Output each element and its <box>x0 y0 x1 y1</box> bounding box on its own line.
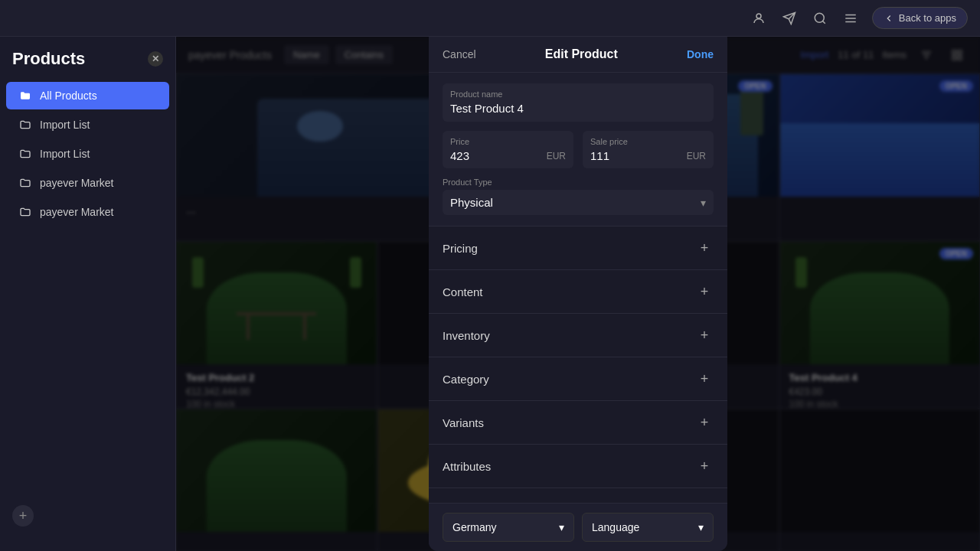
folder-outline-icon <box>18 147 32 161</box>
sidebar: Products ✕ All Products Import List Impo… <box>0 37 176 551</box>
product-type-field: Product Type Physical ▾ <box>443 178 714 215</box>
accordion-plus-icon: + <box>695 282 714 301</box>
product-type-label: Product Type <box>443 178 714 187</box>
back-to-apps-label: Back to apps <box>899 12 956 24</box>
back-icon <box>884 13 894 24</box>
accordion-plus-icon: + <box>695 326 714 344</box>
accordion-pricing: Pricing + <box>429 227 727 270</box>
language-chevron-icon: ▾ <box>698 521 704 533</box>
folder-filled-icon <box>18 89 32 103</box>
accordion-category-label: Category <box>443 373 489 386</box>
folder-outline-icon <box>18 205 32 219</box>
add-collection-area: + <box>0 493 175 539</box>
accordion-inventory-label: Inventory <box>443 329 490 342</box>
back-to-apps-button[interactable]: Back to apps <box>872 7 968 29</box>
accordion-channels-header[interactable]: Channels + <box>429 488 727 503</box>
product-name-input-wrapper: Product name <box>443 83 714 122</box>
price-input[interactable] <box>450 149 547 162</box>
sidebar-item-label: All Products <box>40 90 97 102</box>
sidebar-close-button[interactable]: ✕ <box>148 51 163 67</box>
price-currency: EUR <box>547 151 566 161</box>
menu-icon[interactable] <box>841 9 860 28</box>
accordion-content-header[interactable]: Content + <box>429 270 727 313</box>
accordion-variants-header[interactable]: Variants + <box>429 401 727 444</box>
modal-cancel-button[interactable]: Cancel <box>443 48 476 60</box>
accordion-attributes-label: Attributes <box>443 460 491 473</box>
sidebar-item-payever-market-2[interactable]: payever Market <box>6 198 169 226</box>
topbar: Back to apps <box>0 0 980 37</box>
product-name-field: Product name <box>443 83 714 122</box>
price-input-row: EUR <box>450 149 566 162</box>
send-icon[interactable] <box>780 9 799 28</box>
content-area: payever Products Name Contains Import 11… <box>176 37 980 551</box>
accordion-inventory: Inventory + <box>429 314 727 357</box>
sale-price-label: Sale price <box>590 137 706 146</box>
sale-price-input-row: EUR <box>590 149 706 162</box>
accordion-variants-label: Variants <box>443 416 484 429</box>
accordion-inventory-header[interactable]: Inventory + <box>429 314 727 357</box>
main-layout: Products ✕ All Products Import List Impo… <box>0 37 980 551</box>
svg-point-1 <box>815 13 824 22</box>
folder-outline-icon <box>18 118 32 132</box>
country-dropdown[interactable]: Germany ▾ <box>443 513 574 542</box>
sidebar-item-import-list-2[interactable]: Import List <box>6 140 169 168</box>
product-type-value: Physical <box>450 196 493 209</box>
product-type-dropdown[interactable]: Physical ▾ <box>443 190 714 215</box>
sidebar-item-label: payever Market <box>40 206 113 218</box>
person-icon[interactable] <box>750 9 768 28</box>
price-field: Price EUR <box>443 131 573 168</box>
modal-accordion-body: Pricing + Content + Inventory + <box>429 227 727 503</box>
language-dropdown[interactable]: Language ▾ <box>582 513 714 542</box>
folder-outline-icon <box>18 176 32 190</box>
accordion-plus-icon: + <box>695 239 714 257</box>
accordion-plus-icon: + <box>695 370 714 388</box>
add-collection-button[interactable]: + <box>12 505 34 527</box>
sidebar-item-payever-market-1[interactable]: payever Market <box>6 169 169 197</box>
edit-product-modal: Cancel Edit Product Done Product name Pr… <box>429 37 727 551</box>
sidebar-item-label: Import List <box>40 148 90 160</box>
price-label: Price <box>450 137 566 146</box>
sidebar-item-import-list-1[interactable]: Import List <box>6 111 169 139</box>
sidebar-title-row: Products ✕ <box>0 49 175 81</box>
accordion-plus-icon: + <box>695 457 714 475</box>
sale-price-input[interactable] <box>590 149 687 162</box>
country-chevron-icon: ▾ <box>559 521 564 533</box>
product-name-label: Product name <box>450 90 706 99</box>
language-label: Language <box>592 521 639 533</box>
accordion-variants: Variants + <box>429 401 727 445</box>
sidebar-item-all-products[interactable]: All Products <box>6 82 169 109</box>
accordion-attributes: Attributes + <box>429 445 727 488</box>
accordion-pricing-label: Pricing <box>443 242 478 255</box>
accordion-content: Content + <box>429 270 727 314</box>
accordion-plus-icon: + <box>695 413 714 432</box>
sidebar-item-label: Import List <box>40 119 90 131</box>
accordion-attributes-header[interactable]: Attributes + <box>429 445 727 487</box>
modal-done-button[interactable]: Done <box>687 48 714 60</box>
accordion-category: Category + <box>429 357 727 401</box>
sidebar-item-label: payever Market <box>40 177 113 189</box>
svg-point-0 <box>756 14 761 18</box>
sale-price-currency: EUR <box>687 151 706 161</box>
modal-footer: Germany ▾ Language ▾ <box>429 503 727 551</box>
chevron-down-icon: ▾ <box>701 197 706 209</box>
sidebar-title: Products <box>12 49 85 69</box>
accordion-pricing-header[interactable]: Pricing + <box>429 227 727 269</box>
product-name-input[interactable] <box>450 102 706 115</box>
accordion-channels: Channels + <box>429 488 727 503</box>
search-icon[interactable] <box>811 9 829 28</box>
price-row: Price EUR Sale price EUR <box>443 131 714 168</box>
accordion-category-header[interactable]: Category + <box>429 357 727 400</box>
country-label: Germany <box>452 521 497 533</box>
topbar-icons <box>750 9 860 28</box>
sale-price-field: Sale price EUR <box>583 131 714 168</box>
modal-title: Edit Product <box>545 47 618 61</box>
modal-header: Cancel Edit Product Done <box>429 37 727 73</box>
modal-form-section: Product name Price EUR Sale price <box>429 73 727 227</box>
accordion-content-label: Content <box>443 285 483 298</box>
